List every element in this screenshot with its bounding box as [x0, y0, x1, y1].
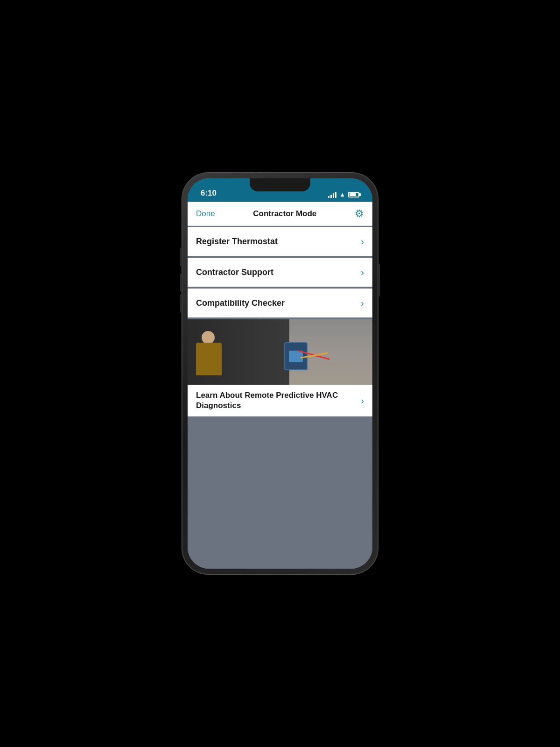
phone-screen: 6:10 ▲︎ Done Contractor Mode ⚙ Register … — [188, 178, 372, 569]
content-area: Register Thermostat › Contractor Support… — [188, 226, 372, 569]
contractor-support-item[interactable]: Contractor Support › — [188, 258, 372, 287]
card-image — [188, 319, 372, 385]
register-thermostat-label: Register Thermostat — [196, 237, 278, 247]
compatibility-checker-item[interactable]: Compatibility Checker › — [188, 289, 372, 317]
notch — [250, 178, 310, 191]
signal-icon — [328, 191, 336, 198]
person-figure — [192, 329, 230, 385]
phone-frame: 6:10 ▲︎ Done Contractor Mode ⚙ Register … — [182, 173, 378, 574]
status-time: 6:10 — [201, 189, 217, 198]
nav-bar: Done Contractor Mode ⚙ — [188, 202, 372, 226]
compatibility-checker-label: Compatibility Checker — [196, 298, 285, 308]
card-scene — [188, 319, 372, 385]
wifi-icon: ▲︎ — [339, 191, 345, 198]
chevron-icon: › — [361, 236, 364, 247]
card-label: Learn About Remote Predictive HVAC Diagn… — [196, 390, 361, 411]
contractor-support-label: Contractor Support — [196, 268, 273, 277]
remaining-space — [188, 418, 372, 569]
battery-icon — [348, 192, 359, 197]
wires — [298, 345, 336, 369]
card-content: Learn About Remote Predictive HVAC Diagn… — [188, 385, 372, 416]
done-button[interactable]: Done — [196, 209, 215, 218]
hvac-diagnostics-card[interactable]: Learn About Remote Predictive HVAC Diagn… — [188, 319, 372, 416]
status-icons: ▲︎ — [328, 191, 359, 198]
nav-title: Contractor Mode — [253, 209, 316, 218]
register-thermostat-item[interactable]: Register Thermostat › — [188, 227, 372, 256]
chevron-icon: › — [361, 395, 364, 406]
chevron-icon: › — [361, 298, 364, 309]
gear-icon[interactable]: ⚙ — [355, 208, 364, 220]
chevron-icon: › — [361, 267, 364, 278]
